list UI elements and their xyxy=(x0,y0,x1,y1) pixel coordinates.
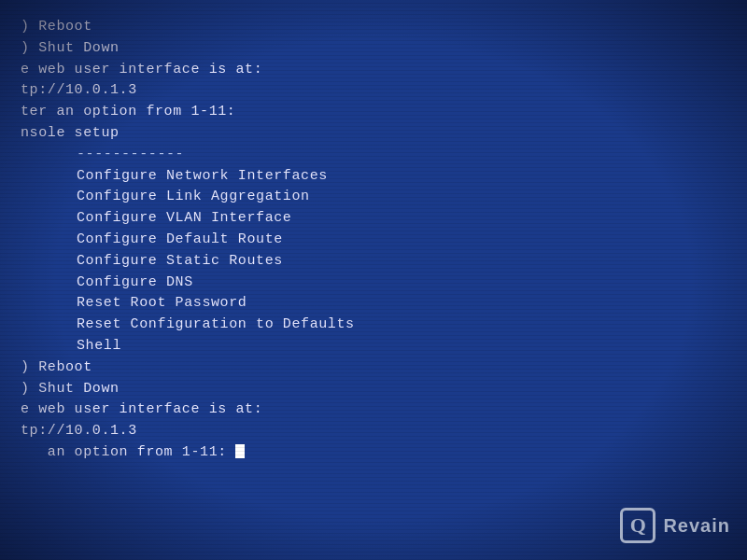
watermark-q: Q xyxy=(630,513,646,538)
screen: ) Reboot) Shut Downe web user interface … xyxy=(0,0,747,560)
terminal-line: ) Shut Down xyxy=(21,38,721,60)
terminal-line: tp://10.0.1.3 xyxy=(21,80,721,102)
watermark: Q Revain xyxy=(620,508,730,543)
terminal-line: ) Reboot xyxy=(21,357,721,379)
terminal-line: ) Shut Down xyxy=(21,379,721,400)
terminal-line: ter an option from 1-11: xyxy=(21,102,721,123)
terminal: ) Reboot) Shut Downe web user interface … xyxy=(0,0,747,560)
terminal-line: Configure Static Routes xyxy=(21,251,721,273)
terminal-line: Shell xyxy=(21,336,721,357)
terminal-line: Reset Configuration to Defaults xyxy=(21,315,721,336)
terminal-line: Configure Default Route xyxy=(21,230,721,251)
terminal-line: Configure DNS xyxy=(21,273,721,294)
terminal-line: Configure VLAN Interface xyxy=(21,208,721,230)
watermark-icon: Q xyxy=(620,508,655,543)
cursor xyxy=(235,444,245,458)
terminal-line: ------------ xyxy=(21,145,721,166)
terminal-line: Configure Link Aggregation xyxy=(21,187,721,208)
terminal-line: e web user interface is at: xyxy=(21,60,721,81)
terminal-line: Reset Root Password xyxy=(21,293,721,315)
watermark-label: Revain xyxy=(663,515,730,537)
terminal-line: tp://10.0.1.3 xyxy=(21,421,721,442)
terminal-line: e web user interface is at: xyxy=(21,399,721,421)
terminal-line: Configure Network Interfaces xyxy=(21,166,721,188)
terminal-line: nsole setup xyxy=(21,123,721,145)
terminal-line: an option from 1-11: xyxy=(21,442,721,464)
terminal-line: ) Reboot xyxy=(21,17,721,38)
